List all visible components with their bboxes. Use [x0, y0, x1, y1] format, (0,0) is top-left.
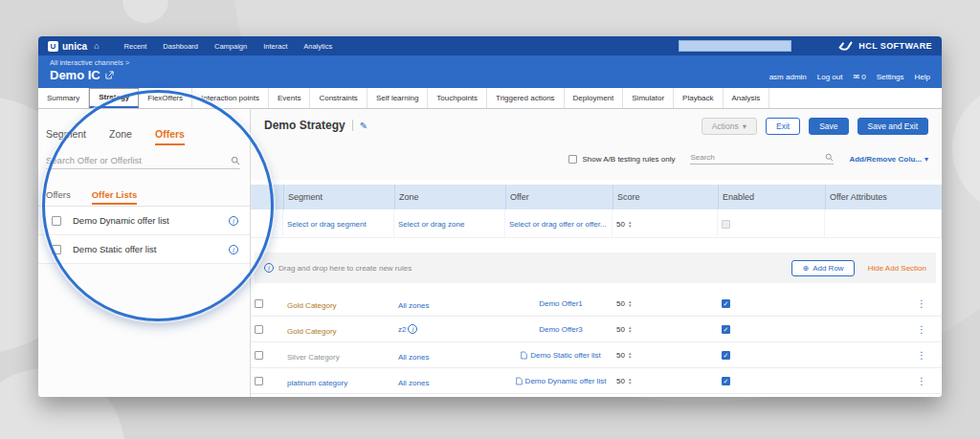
segment-link[interactable]: Gold Category: [287, 327, 337, 336]
settings-link[interactable]: Settings: [877, 73, 904, 81]
score-value[interactable]: 50: [616, 299, 625, 308]
offer-link[interactable]: Demo Dynamic offer list: [525, 377, 607, 385]
nav-item-interact[interactable]: Interact: [263, 42, 287, 51]
page-title: Demo IC: [50, 68, 100, 82]
enabled-checkbox[interactable]: [722, 325, 730, 334]
list-item[interactable]: Demo Static offer list i: [38, 235, 250, 264]
info-icon[interactable]: i: [229, 245, 238, 254]
subtab-offer-lists[interactable]: Offer Lists: [92, 189, 138, 205]
actions-button[interactable]: Actions ▾: [702, 118, 757, 135]
add-row-button[interactable]: ⊕ Add Row: [791, 260, 854, 276]
picker-tab-offers[interactable]: Offers: [155, 128, 185, 145]
stepper-down-icon[interactable]: ▾: [629, 381, 632, 384]
picker-tab-segment[interactable]: Segment: [46, 128, 86, 145]
add-remove-columns-label: Add/Remove Colu...: [849, 155, 922, 164]
nav-item-campaign[interactable]: Campaign: [214, 42, 247, 51]
tab-simulator[interactable]: Simulator: [623, 88, 674, 108]
nav-item-recent[interactable]: Recent: [124, 42, 147, 51]
zone-link[interactable]: All zones: [398, 353, 429, 362]
breadcrumb[interactable]: All interactive channels >: [50, 58, 930, 67]
tab-touchpoints[interactable]: Touchpoints: [428, 88, 487, 108]
list-item[interactable]: Demo Dynamic offer list i: [38, 207, 250, 235]
tab-analysis[interactable]: Analysis: [724, 88, 770, 108]
score-value[interactable]: 50: [616, 220, 625, 229]
zone-link[interactable]: z2: [398, 325, 406, 334]
offer-search-input[interactable]: [46, 155, 231, 165]
enabled-checkbox[interactable]: [722, 220, 730, 229]
offer-link[interactable]: Demo Offer3: [539, 325, 583, 334]
tab-triggered-actions[interactable]: Triggered actions: [487, 88, 565, 108]
picker-tab-zone[interactable]: Zone: [109, 128, 132, 145]
subtab-offers[interactable]: Offers: [46, 189, 71, 205]
nav-item-analytics[interactable]: Analytics: [303, 42, 332, 51]
home-icon[interactable]: ⌂: [94, 41, 99, 51]
list-item-label: Demo Dynamic offer list: [73, 215, 229, 226]
select-segment-dropdown[interactable]: Select or drag segment: [287, 220, 367, 229]
select-offer-dropdown[interactable]: Select or drag offer or offer...: [509, 220, 607, 229]
segment-link[interactable]: platinum category: [287, 379, 347, 387]
row-checkbox[interactable]: [255, 299, 263, 308]
tab-flexoffers[interactable]: FlexOffers: [139, 88, 192, 108]
tab-strategy[interactable]: Strategy: [89, 88, 139, 108]
enabled-checkbox[interactable]: [722, 351, 730, 360]
kebab-menu-icon[interactable]: ⋮: [917, 350, 926, 361]
save-button[interactable]: Save: [809, 118, 848, 135]
exit-button[interactable]: Exit: [766, 118, 800, 135]
help-link[interactable]: Help: [915, 73, 930, 81]
score-stepper[interactable]: ▴ ▾: [629, 377, 632, 384]
enabled-checkbox[interactable]: [722, 377, 730, 385]
row-checkbox[interactable]: [255, 377, 263, 385]
rules-search-input[interactable]: [690, 153, 825, 162]
tab-constraints[interactable]: Constraints: [310, 88, 367, 108]
info-icon[interactable]: i: [408, 324, 417, 334]
tab-interaction-points[interactable]: Interaction points: [192, 88, 269, 108]
score-value[interactable]: 50: [616, 377, 625, 385]
stepper-down-icon[interactable]: ▾: [629, 329, 632, 333]
tab-events[interactable]: Events: [269, 88, 310, 108]
new-rule-row: Select or drag segment Select or drag zo…: [251, 209, 942, 238]
list-item-checkbox[interactable]: [52, 216, 61, 226]
edit-icon[interactable]: ✎: [360, 121, 368, 131]
ab-testing-checkbox[interactable]: [568, 155, 577, 164]
score-value[interactable]: 50: [616, 351, 625, 360]
score-stepper[interactable]: ▴ ▾: [629, 220, 632, 228]
external-link-icon[interactable]: [105, 71, 114, 79]
kebab-menu-icon[interactable]: ⋮: [917, 376, 926, 386]
drag-hint: i Drag and drop here to create new rules: [264, 263, 412, 273]
zone-link[interactable]: All zones: [398, 301, 429, 310]
global-search-field[interactable]: [679, 40, 791, 52]
zone-link[interactable]: All zones: [398, 379, 429, 387]
tab-deployment[interactable]: Deployment: [565, 88, 624, 108]
add-remove-columns-link[interactable]: Add/Remove Colu... ▾: [849, 155, 928, 164]
enabled-checkbox[interactable]: [722, 299, 730, 308]
nav-item-dashboard[interactable]: Dashboard: [163, 42, 198, 51]
offer-link[interactable]: Demo Offer1: [539, 299, 583, 308]
score-value[interactable]: 50: [616, 325, 625, 334]
segment-link[interactable]: Silver Category: [287, 353, 340, 362]
row-checkbox[interactable]: [255, 351, 263, 360]
tab-summary[interactable]: Summary: [38, 88, 89, 108]
list-item-checkbox[interactable]: [52, 245, 61, 254]
save-and-exit-button[interactable]: Save and Exit: [858, 118, 928, 135]
info-icon[interactable]: i: [229, 216, 238, 226]
mail-indicator[interactable]: ✉ 0: [853, 73, 865, 81]
hide-add-section-link[interactable]: Hide Add Section: [868, 264, 926, 273]
hcl-logo-icon: [837, 40, 854, 52]
logout-link[interactable]: Log out: [817, 73, 843, 81]
stepper-down-icon[interactable]: ▾: [629, 224, 632, 228]
score-stepper[interactable]: ▴ ▾: [629, 351, 632, 359]
stepper-down-icon[interactable]: ▾: [629, 303, 632, 307]
stepper-down-icon[interactable]: ▾: [629, 355, 632, 359]
row-checkbox[interactable]: [255, 325, 263, 334]
score-stepper[interactable]: ▴ ▾: [629, 299, 632, 307]
kebab-menu-icon[interactable]: ⋮: [917, 298, 926, 309]
select-zone-dropdown[interactable]: Select or drag zone: [398, 220, 464, 229]
score-stepper[interactable]: ▴ ▾: [629, 325, 632, 333]
segment-link[interactable]: Gold Category: [287, 301, 337, 310]
offer-link[interactable]: Demo Static offer list: [530, 351, 601, 360]
tab-playback[interactable]: Playback: [674, 88, 723, 108]
header-user-actions: asm admin Log out ✉ 0 Settings Help: [769, 73, 930, 81]
tab-self-learning[interactable]: Self learning: [368, 88, 428, 108]
ab-testing-label: Show A/B testing rules only: [582, 155, 675, 164]
kebab-menu-icon[interactable]: ⋮: [917, 324, 926, 335]
